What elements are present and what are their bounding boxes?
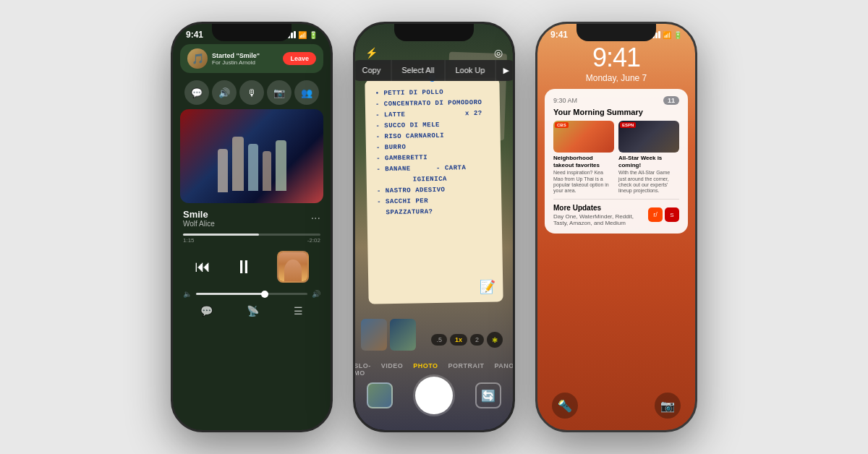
more-updates-body: Day One, WaterMinder, Reddit, Tasty, Ama…	[553, 213, 648, 226]
app-icon-2: S	[665, 207, 679, 222]
note-line-8: - BANANE - CARTA	[376, 164, 490, 174]
facetime-thumbnail[interactable]	[277, 251, 309, 283]
live-photo-icon[interactable]: ◎	[494, 47, 503, 59]
mode-pano[interactable]: PANO	[495, 362, 513, 377]
progress-track[interactable]	[183, 234, 320, 236]
news-thumb-1: CBS	[553, 121, 614, 153]
volume-up-button-2[interactable]	[353, 107, 354, 143]
copy-button[interactable]: Copy	[355, 60, 391, 81]
silent-switch[interactable]	[171, 74, 172, 96]
phone-2: ⚡ ◎ Copy Select All Look Up ▶ • PETTI DI…	[353, 22, 515, 432]
mode-portrait[interactable]: PORTRAIT	[448, 362, 485, 377]
gallery-thumbnail[interactable]	[367, 382, 393, 408]
more-button[interactable]: ···	[311, 212, 320, 225]
lens-1x[interactable]: 1x	[450, 334, 467, 346]
rewind-button[interactable]: ⏮	[195, 257, 210, 276]
progress-times: 1:15 -2:02	[183, 237, 320, 244]
volume-track[interactable]	[196, 293, 307, 295]
note-line-9: - NASTRO ADESIVO	[377, 186, 491, 195]
volume-high-icon: 🔊	[312, 290, 320, 298]
note-line-4: - SUCCO DI MELE	[375, 121, 490, 130]
lock-status-time: 9:41	[550, 30, 568, 40]
notif-header: 9:30 AM 11	[553, 96, 679, 105]
reddit-icon: r/	[648, 207, 663, 222]
power-button[interactable]	[331, 82, 333, 125]
news-headline-1: Neighborhood takeout favorites	[553, 155, 614, 168]
lens-0.5[interactable]: .5	[431, 334, 447, 346]
news-item-1[interactable]: CBS Neighborhood takeout favorites Need …	[553, 121, 614, 194]
wifi-icon: 📶	[298, 31, 307, 39]
notif-count: 11	[663, 96, 679, 105]
volume-down-button-3[interactable]	[535, 150, 537, 187]
lock-time: 9:41	[537, 43, 695, 73]
look-up-button[interactable]: Look Up	[445, 60, 495, 81]
mode-slo-mo[interactable]: SLO-MO	[355, 362, 371, 377]
album-art	[180, 109, 323, 203]
camera-lock-button[interactable]: 📷	[655, 393, 681, 419]
flip-camera-button[interactable]: 🔄	[475, 382, 501, 408]
airplay-button[interactable]: 📡	[247, 305, 259, 317]
speaker-button[interactable]: 🔊	[212, 80, 237, 105]
volume-down-button[interactable]	[171, 150, 172, 187]
volume-up-button-3[interactable]	[535, 107, 537, 143]
news-thumb-2: ESPN	[618, 121, 679, 153]
mode-photo[interactable]: PHOTO	[413, 362, 438, 377]
note-line-1: • PETTI DI POLLO	[375, 88, 490, 98]
battery-icon: 🔋	[309, 31, 318, 39]
notch-2	[394, 24, 474, 41]
note-line-11: SPAZZATURA?	[377, 207, 491, 217]
camera-thumbnail-1[interactable]	[361, 319, 387, 351]
notch-1	[212, 24, 292, 41]
phone-3: 9:41 📶 🔋 9:41 Monday, June 7 9:30 AM 11	[535, 22, 697, 432]
flashlight-button[interactable]: 🔦	[552, 393, 578, 419]
pause-button[interactable]: ⏸	[234, 256, 253, 278]
song-title: Smile	[183, 209, 215, 220]
flash-icon[interactable]: ⚡	[365, 47, 378, 59]
silent-switch-3[interactable]	[535, 74, 537, 96]
volume-down-button-2[interactable]	[353, 150, 354, 187]
leave-button[interactable]: Leave	[283, 52, 316, 65]
play-button[interactable]: ▶	[495, 60, 513, 81]
note-line-7: - GAMBERETTI	[376, 153, 490, 163]
volume-thumb	[261, 291, 268, 298]
news-body-2: With the All-Star Game just around the c…	[618, 170, 679, 194]
progress-fill	[183, 234, 259, 236]
note-line-6: - BURRO	[376, 142, 490, 152]
lock-bottom-bar: 🔦 📷	[537, 393, 695, 419]
camera-shutter-row: 🔄	[355, 377, 513, 414]
music-info: Smile Wolf Alice ···	[173, 203, 331, 231]
playback-controls: ⏮ ⏸	[173, 247, 331, 287]
notification-card[interactable]: 9:30 AM 11 Your Morning Summary CBS Neig…	[545, 89, 688, 234]
power-button-3[interactable]	[696, 82, 697, 125]
live-btn[interactable]: ✱	[487, 332, 503, 348]
camera-thumbnail-2[interactable]	[390, 319, 416, 351]
volume-fill	[196, 293, 268, 295]
bottom-controls: 💬 📡 ☰	[173, 301, 331, 324]
lock-wifi-icon: 📶	[663, 31, 671, 39]
song-info: Smile Wolf Alice	[183, 209, 215, 228]
more-updates-text: More Updates Day One, WaterMinder, Reddi…	[553, 204, 648, 226]
lyrics-button[interactable]: 💬	[200, 305, 213, 317]
video-button[interactable]: 📷	[267, 80, 292, 105]
camera-modes: SLO-MO VIDEO PHOTO PORTRAIT PANO	[355, 362, 513, 377]
live-text-icon[interactable]: 📝	[480, 279, 495, 295]
silent-switch-2[interactable]	[353, 74, 354, 96]
more-updates-row: More Updates Day One, WaterMinder, Reddi…	[553, 204, 679, 226]
shutter-button[interactable]	[415, 377, 453, 414]
news-item-2[interactable]: ESPN All-Star Week is coming! With the A…	[618, 121, 679, 194]
people-button[interactable]: 👥	[294, 80, 319, 105]
power-button-2[interactable]	[514, 82, 515, 125]
volume-up-button[interactable]	[171, 107, 172, 143]
queue-button[interactable]: ☰	[294, 305, 303, 317]
song-artist: Wolf Alice	[183, 220, 215, 228]
banner-sub: For Justin Arnold	[212, 59, 260, 66]
news-grid: CBS Neighborhood takeout favorites Need …	[553, 121, 679, 194]
select-all-button[interactable]: Select All	[391, 60, 445, 81]
phone-2-screen: ⚡ ◎ Copy Select All Look Up ▶ • PETTI DI…	[355, 24, 513, 430]
lens-2[interactable]: 2	[470, 334, 484, 346]
current-time: 1:15	[183, 237, 195, 244]
mic-button[interactable]: 🎙	[239, 80, 264, 105]
mode-video[interactable]: VIDEO	[381, 362, 404, 377]
message-button[interactable]: 💬	[184, 80, 209, 105]
thumb-person	[278, 252, 307, 281]
